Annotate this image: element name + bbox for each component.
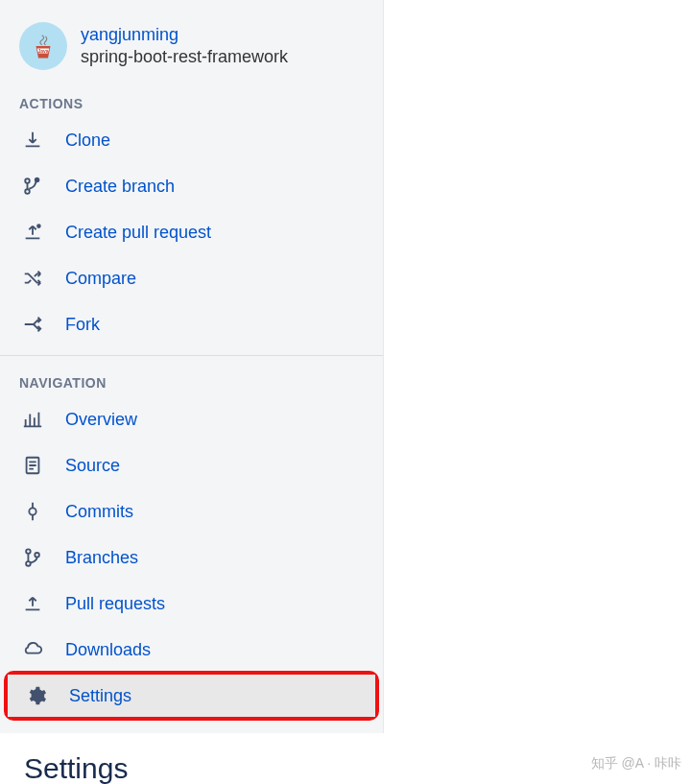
navigation-list: Overview Source Commits Branches Pull re… (0, 396, 383, 721)
repo-owner-link[interactable]: yangjunming (81, 24, 288, 46)
svg-point-2 (25, 178, 30, 183)
sidebar-nav-source[interactable]: Source (0, 442, 383, 488)
cloud-icon (21, 638, 44, 661)
sidebar-nav-overview[interactable]: Overview (0, 396, 383, 442)
sidebar-action-fork[interactable]: Fork (0, 301, 383, 347)
sidebar-action-create-pr[interactable]: Create pull request (0, 209, 383, 255)
upload-plus-icon (21, 221, 44, 244)
nav-label: Downloads (65, 640, 151, 660)
page-title: Settings (24, 752, 691, 784)
svg-point-8 (26, 549, 31, 554)
nav-label: Fork (65, 315, 100, 335)
shuffle-icon (21, 267, 44, 290)
repo-info: yangjunming spring-boot-rest-framework (81, 24, 288, 69)
svg-point-1 (25, 189, 30, 194)
highlight-settings: Settings (4, 671, 379, 721)
svg-point-6 (29, 508, 36, 514)
sidebar-action-clone[interactable]: Clone (0, 117, 383, 163)
nav-label: Source (65, 456, 120, 476)
commit-icon (21, 500, 44, 523)
navigation-title: NAVIGATION (0, 364, 383, 396)
sidebar-nav-pull-requests[interactable]: Pull requests (0, 581, 383, 627)
nav-label: Clone (65, 131, 110, 151)
nav-label: Branches (65, 548, 138, 568)
nav-label: Create pull request (65, 223, 211, 243)
divider (0, 355, 383, 356)
sidebar-nav-branches[interactable]: Branches (0, 535, 383, 581)
avatar: Java (19, 22, 67, 70)
nav-label: Commits (65, 502, 133, 522)
fork-icon (21, 313, 44, 336)
repo-name: spring-boot-rest-framework (81, 46, 288, 68)
nav-label: Create branch (65, 177, 175, 197)
branch-plus-icon (21, 175, 44, 198)
actions-list: Clone Create branch Create pull request … (0, 117, 383, 347)
actions-title: ACTIONS (0, 84, 383, 117)
sidebar-nav-downloads[interactable]: Downloads (0, 627, 383, 673)
nav-label: Settings (69, 686, 131, 706)
main-content: Settings GENERAL Repository details Acce… (0, 733, 691, 784)
sidebar-nav-settings[interactable]: Settings (8, 675, 375, 717)
java-icon: Java (29, 32, 58, 60)
sidebar: Java yangjunming spring-boot-rest-framew… (0, 0, 384, 733)
svg-text:Java: Java (37, 48, 48, 54)
repo-header: Java yangjunming spring-boot-rest-framew… (0, 14, 383, 84)
file-icon (21, 454, 44, 477)
sidebar-nav-commits[interactable]: Commits (0, 488, 383, 535)
sidebar-action-create-branch[interactable]: Create branch (0, 163, 383, 209)
branch-icon (21, 546, 44, 569)
gear-icon (25, 684, 48, 707)
svg-point-9 (35, 553, 39, 558)
nav-label: Overview (65, 410, 137, 430)
nav-label: Compare (65, 269, 136, 289)
nav-label: Pull requests (65, 594, 165, 614)
download-icon (21, 129, 44, 152)
bars-icon (21, 408, 44, 431)
upload-icon (21, 592, 44, 615)
sidebar-action-compare[interactable]: Compare (0, 255, 383, 301)
svg-point-7 (26, 561, 31, 566)
